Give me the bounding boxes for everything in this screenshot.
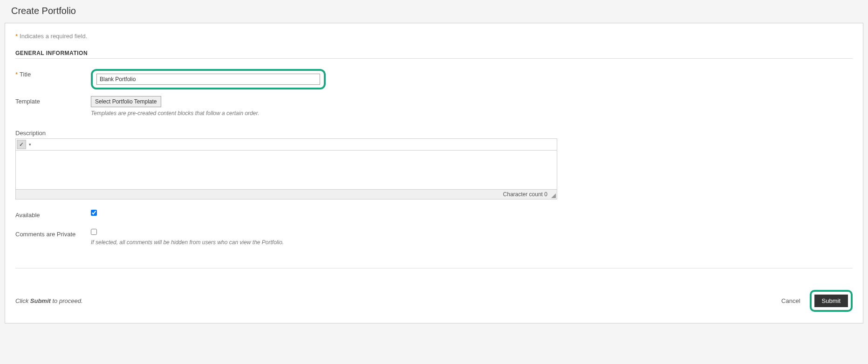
- required-star-icon: *: [15, 33, 18, 40]
- cancel-button[interactable]: Cancel: [777, 295, 805, 307]
- required-star-icon: *: [15, 71, 18, 78]
- proceed-instruction: Click Submit to proceed.: [15, 297, 83, 304]
- page-title: Create Portfolio: [5, 0, 863, 23]
- comments-private-label: Comments are Private: [15, 229, 91, 238]
- char-count-label: Character count: [503, 191, 543, 198]
- comments-private-checkbox[interactable]: [91, 229, 97, 235]
- template-help-text: Templates are pre-created content blocks…: [91, 110, 259, 117]
- available-checkbox[interactable]: [91, 210, 97, 216]
- title-label: *Title: [15, 69, 91, 78]
- required-note-text: Indicates a required field.: [20, 33, 87, 40]
- toolbar-dropdown-icon[interactable]: ▾: [27, 140, 33, 149]
- char-count-value: 0: [544, 191, 547, 198]
- available-label: Available: [15, 210, 91, 219]
- editor-toolbar: ✓ ▾: [16, 139, 557, 150]
- template-label: Template: [15, 96, 91, 105]
- description-editor: ✓ ▾ Character count 0: [15, 138, 557, 199]
- spellcheck-icon[interactable]: ✓: [17, 140, 26, 149]
- select-template-button[interactable]: Select Portfolio Template: [91, 96, 161, 107]
- required-note: *Indicates a required field.: [15, 33, 853, 40]
- comments-private-help: If selected, all comments will be hidden…: [91, 239, 284, 246]
- title-highlight: [91, 69, 326, 89]
- editor-footer: Character count 0: [16, 189, 557, 199]
- section-general-header: GENERAL INFORMATION: [15, 50, 853, 59]
- description-label: Description: [15, 130, 557, 137]
- form-panel: *Indicates a required field. GENERAL INF…: [5, 23, 863, 323]
- submit-button[interactable]: Submit: [814, 295, 848, 307]
- description-textarea[interactable]: [16, 150, 557, 189]
- submit-highlight: Submit: [810, 290, 853, 312]
- resize-handle-icon[interactable]: [550, 192, 556, 198]
- title-input[interactable]: [96, 74, 320, 85]
